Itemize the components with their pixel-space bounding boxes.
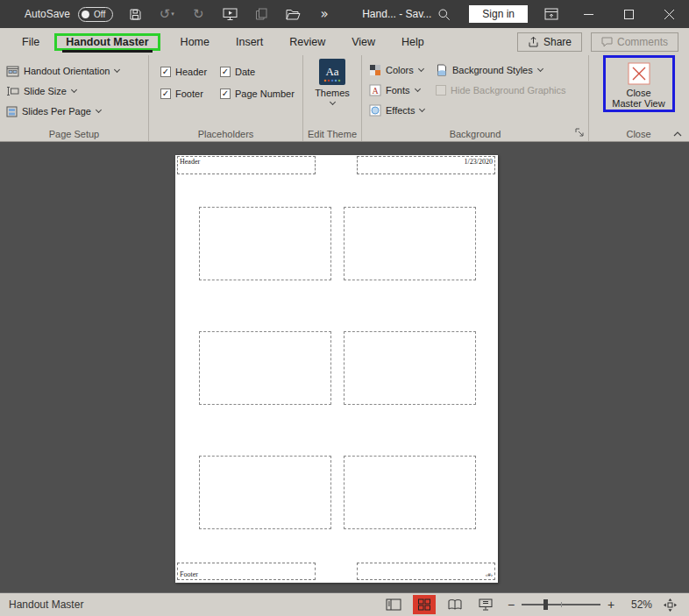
slide-size-button[interactable]: Slide Size: [0, 81, 148, 101]
fonts-icon: A: [369, 84, 381, 96]
zoom-out-button[interactable]: −: [505, 598, 517, 612]
fonts-label: Fonts: [386, 85, 410, 96]
slide-placeholder[interactable]: [199, 456, 331, 529]
header-checkbox-label: Header: [175, 67, 207, 77]
undo-icon[interactable]: ↺▾: [157, 4, 176, 25]
date-checkbox-label: Date: [235, 67, 255, 77]
tab-highlight-annotation: Handout Master: [54, 33, 160, 51]
slide-placeholder[interactable]: [344, 456, 476, 529]
dropdown-caret-icon: [418, 66, 424, 72]
slides-per-page-icon: [6, 106, 18, 117]
dropdown-caret-icon: [419, 106, 425, 112]
group-close: Close Master View Close: [589, 55, 688, 141]
close-master-view-label-line2: Master View: [612, 98, 664, 109]
dropdown-caret-icon: [537, 66, 543, 72]
hide-background-graphics-checkbox: Hide Background Graphics: [436, 81, 565, 100]
svg-text:A: A: [372, 86, 379, 96]
handout-orientation-button[interactable]: Handout Orientation: [0, 61, 148, 81]
svg-text:Aa: Aa: [325, 65, 338, 78]
status-bar: Handout Master − + 52%: [0, 592, 689, 616]
zoom-in-button[interactable]: +: [605, 598, 617, 612]
header-placeholder[interactable]: Header: [177, 156, 316, 174]
group-page-setup: Handout Orientation Slide Size Slides Pe…: [0, 55, 149, 141]
dropdown-caret-icon: [114, 67, 120, 73]
slide-placeholder[interactable]: [344, 207, 476, 280]
zoom-slider-thumb[interactable]: [543, 599, 548, 610]
document-title: Hand... - Sav...: [362, 8, 431, 20]
slides-per-page-button[interactable]: Slides Per Page: [0, 102, 148, 121]
sign-in-button[interactable]: Sign in: [469, 5, 528, 23]
date-checkbox[interactable]: ✓ Date: [220, 67, 255, 77]
collapse-ribbon-icon[interactable]: [673, 131, 682, 138]
close-master-view-button[interactable]: Close Master View: [607, 60, 671, 109]
page-number-checkbox[interactable]: ✓ Page Number: [220, 89, 295, 99]
grid-view-icon: [417, 598, 431, 611]
autosave-toggle-knob: [82, 11, 89, 18]
tab-review[interactable]: Review: [276, 32, 338, 53]
dropdown-caret-icon: [414, 86, 420, 92]
colors-label: Colors: [386, 65, 414, 75]
header-checkbox[interactable]: ✓ Header: [160, 67, 220, 77]
search-icon[interactable]: [434, 4, 453, 25]
footer-checkbox[interactable]: ✓ Footer: [160, 89, 220, 99]
slide-size-icon: [6, 86, 19, 96]
zoom-slider[interactable]: [522, 598, 600, 611]
tab-file[interactable]: File: [9, 32, 53, 53]
slide-placeholder[interactable]: [344, 331, 476, 405]
tab-insert[interactable]: Insert: [223, 32, 276, 53]
colors-icon: [369, 64, 381, 76]
normal-view-button[interactable]: [382, 595, 405, 614]
fonts-button[interactable]: A Fonts: [369, 81, 424, 100]
autosave-toggle[interactable]: Off: [78, 7, 113, 22]
tab-help[interactable]: Help: [388, 32, 437, 53]
comments-button[interactable]: Comments: [591, 32, 678, 52]
undo-dropdown-caret-icon[interactable]: ▾: [171, 11, 174, 18]
checkbox-unchecked-icon: [436, 85, 446, 96]
save-icon[interactable]: [125, 4, 145, 25]
slide-size-label: Slide Size: [24, 86, 67, 96]
tab-home[interactable]: Home: [167, 32, 223, 53]
date-placeholder[interactable]: 1/23/2020: [357, 156, 495, 174]
themes-button[interactable]: Aa Themes: [307, 59, 358, 104]
normal-view-icon: [386, 598, 401, 611]
group-edit-theme: Aa Themes Edit Theme: [303, 55, 362, 141]
reading-view-button[interactable]: [444, 595, 466, 614]
slide-sorter-view-button-highlighted[interactable]: [413, 595, 436, 614]
tab-view[interactable]: View: [338, 32, 388, 53]
handout-master-page: Header 1/23/2020 Footer ‹#›: [175, 155, 498, 583]
checkbox-checked-icon: ✓: [160, 67, 171, 77]
tab-handout-master[interactable]: Handout Master: [57, 33, 157, 53]
open-folder-icon[interactable]: [283, 4, 302, 25]
checkbox-checked-icon: ✓: [220, 89, 231, 99]
footer-placeholder[interactable]: Footer: [177, 563, 316, 580]
redo-icon[interactable]: ↻: [188, 4, 208, 25]
slideshow-view-button[interactable]: [474, 595, 497, 614]
close-window-button[interactable]: [656, 1, 682, 27]
copy-icon[interactable]: [252, 4, 271, 25]
redo-glyph: ↻: [193, 6, 204, 22]
zoom-slider-center-tick: [561, 602, 562, 607]
fit-slide-to-window-icon[interactable]: [659, 595, 680, 614]
ribbon-tab-row: File Handout Master Home Insert Review V…: [0, 28, 689, 55]
slide-placeholder[interactable]: [199, 331, 331, 405]
slides-per-page-label: Slides Per Page: [22, 106, 91, 117]
minimize-button[interactable]: [575, 1, 601, 27]
maximize-button[interactable]: [615, 1, 642, 27]
colors-button[interactable]: Colors: [369, 60, 424, 80]
page-number-placeholder[interactable]: ‹#›: [357, 563, 495, 580]
handout-orientation-icon: [6, 66, 19, 77]
ribbon-display-options-icon[interactable]: [542, 4, 561, 25]
start-slideshow-icon[interactable]: [220, 4, 239, 25]
quick-access-overflow-icon[interactable]: »: [315, 4, 334, 25]
share-button[interactable]: Share: [517, 32, 582, 52]
effects-label: Effects: [386, 105, 415, 116]
zoom-level[interactable]: 52%: [622, 598, 652, 611]
background-styles-icon: [436, 64, 448, 76]
effects-button[interactable]: Effects: [369, 101, 424, 120]
themes-icon: Aa: [319, 59, 345, 85]
title-bar: AutoSave Off ↺▾ ↻ » Hand... - Sav... Sig…: [0, 0, 689, 28]
group-background: Colors A Fonts Effects: [362, 55, 589, 141]
background-styles-button[interactable]: Background Styles: [436, 60, 565, 80]
checkbox-checked-icon: ✓: [160, 89, 171, 99]
slide-placeholder[interactable]: [199, 207, 331, 280]
